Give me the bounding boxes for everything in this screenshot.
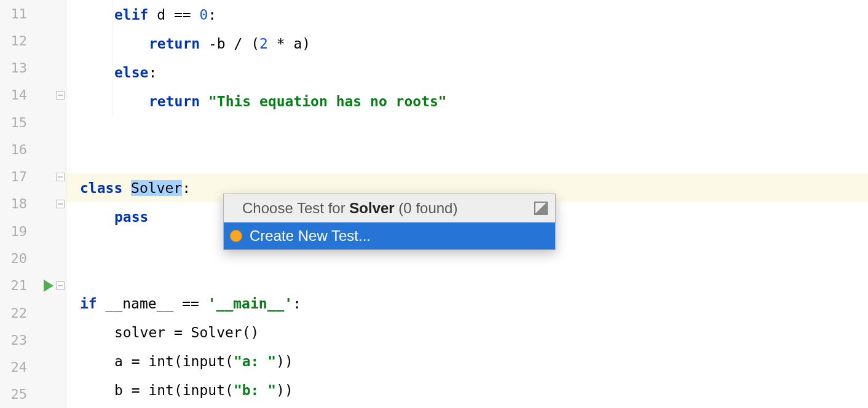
line-number: 23 bbox=[0, 332, 31, 348]
choose-test-popup: Choose Test for Solver (0 found) Create … bbox=[223, 194, 556, 250]
code-text: : bbox=[148, 65, 157, 80]
code-text: )) bbox=[276, 353, 293, 369]
code-text: : bbox=[293, 296, 301, 312]
code-text: == bbox=[173, 296, 207, 312]
code-line[interactable]: return "This equation has no roots" bbox=[66, 87, 868, 116]
code-line[interactable]: else: bbox=[66, 58, 868, 87]
fold-toggle-icon[interactable] bbox=[56, 173, 65, 181]
code-line[interactable]: return -b / (2 * a) bbox=[66, 29, 868, 58]
code-line[interactable]: b = int(input("b: ")) bbox=[66, 375, 868, 404]
keyword: if bbox=[80, 296, 97, 312]
line-number: 19 bbox=[0, 224, 31, 239]
code-text: -b / ( bbox=[200, 36, 259, 52]
string-literal: "b: " bbox=[234, 382, 276, 398]
code-text: * a) bbox=[268, 36, 310, 52]
line-number: 25 bbox=[0, 386, 31, 402]
lightbulb-icon bbox=[230, 230, 242, 242]
line-number: 13 bbox=[0, 60, 31, 76]
string-literal: "This equation has no roots" bbox=[208, 93, 447, 109]
code-text: )) bbox=[276, 382, 293, 398]
popup-header-count: (0 found) bbox=[395, 200, 458, 217]
keyword: elif bbox=[114, 7, 148, 23]
keyword: else bbox=[114, 65, 148, 80]
string-literal: "a: " bbox=[234, 353, 276, 369]
code-line[interactable]: solver = Solver() bbox=[66, 318, 868, 347]
selected-identifier: Solver bbox=[131, 180, 182, 196]
popup-header-class: Solver bbox=[349, 200, 394, 217]
code-text: b = int(input( bbox=[114, 382, 234, 398]
line-number: 11 bbox=[0, 6, 31, 22]
line-number: 15 bbox=[0, 115, 31, 130]
fold-close-icon[interactable] bbox=[56, 91, 65, 100]
code-line[interactable] bbox=[66, 144, 868, 173]
code-line[interactable]: c = int(input("c: ")) bbox=[66, 404, 868, 408]
gutter: 11 12 13 14 15 16 17 18 19 20 21 22 23 2… bbox=[0, 0, 66, 408]
code-line[interactable] bbox=[66, 260, 868, 289]
identifier: __name__ bbox=[106, 296, 174, 312]
code-text: solver = Solver() bbox=[114, 324, 259, 340]
run-gutter-icon[interactable] bbox=[44, 280, 53, 292]
line-number: 20 bbox=[0, 251, 31, 266]
line-number: 24 bbox=[0, 359, 31, 375]
fold-close-icon[interactable] bbox=[56, 200, 65, 208]
keyword: return bbox=[149, 93, 200, 109]
code-area[interactable]: elif d == 0: return -b / (2 * a) else: r… bbox=[66, 0, 868, 408]
keyword: return bbox=[149, 36, 200, 52]
number-literal: 2 bbox=[259, 36, 268, 52]
pin-icon[interactable] bbox=[534, 202, 548, 215]
code-line[interactable]: a = int(input("a: ")) bbox=[66, 347, 868, 375]
code-text: a = int(input( bbox=[114, 353, 234, 369]
keyword: class bbox=[80, 180, 122, 196]
popup-item-label: Create New Test... bbox=[250, 227, 371, 245]
create-new-test-item[interactable]: Create New Test... bbox=[224, 222, 555, 249]
line-number: 22 bbox=[0, 305, 31, 321]
keyword: pass bbox=[114, 209, 148, 225]
code-line[interactable]: elif d == 0: bbox=[66, 0, 868, 29]
line-number: 17 bbox=[0, 169, 31, 184]
line-number: 16 bbox=[0, 142, 31, 157]
number-literal: 0 bbox=[199, 7, 208, 23]
code-editor: 11 12 13 14 15 16 17 18 19 20 21 22 23 2… bbox=[0, 0, 868, 408]
code-line[interactable] bbox=[66, 116, 868, 144]
popup-header-text: Choose Test for bbox=[242, 200, 349, 217]
code-line[interactable]: if __name__ == '__main__': bbox=[66, 289, 868, 318]
string-literal: '__main__' bbox=[208, 296, 293, 312]
code-text: : bbox=[208, 7, 216, 23]
fold-toggle-icon[interactable] bbox=[56, 281, 65, 290]
line-number: 21 bbox=[0, 278, 31, 293]
line-number: 14 bbox=[0, 87, 31, 103]
code-text: : bbox=[182, 180, 191, 196]
line-number: 12 bbox=[0, 33, 31, 49]
code-text: d == bbox=[148, 7, 199, 23]
line-number: 18 bbox=[0, 196, 31, 211]
popup-header: Choose Test for Solver (0 found) bbox=[224, 194, 555, 222]
